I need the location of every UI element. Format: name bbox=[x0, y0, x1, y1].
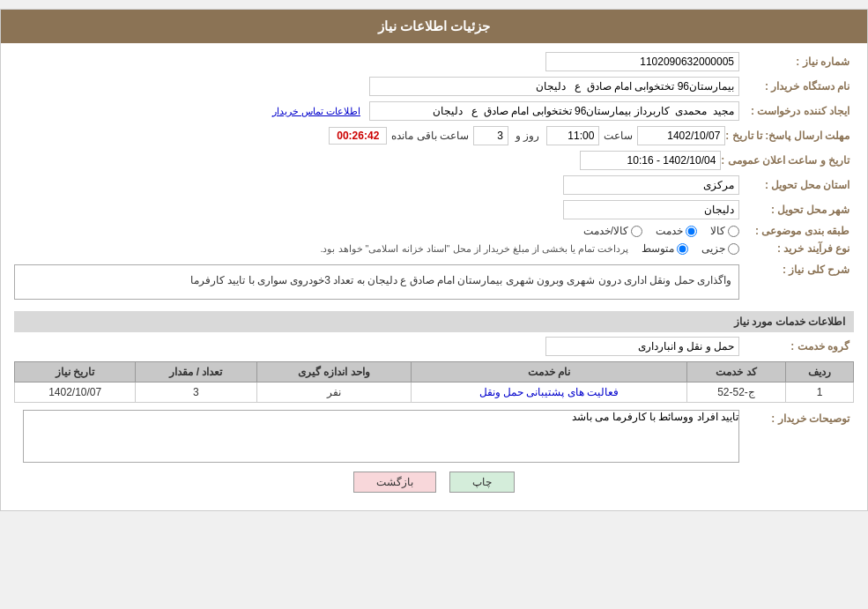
deadline-time-input[interactable] bbox=[546, 126, 599, 145]
announce-row: تاریخ و ساعت اعلان عمومی : bbox=[14, 151, 854, 170]
header-title: جزئیات اطلاعات نیاز bbox=[378, 19, 490, 33]
cell-service-code: ج-52-52 bbox=[686, 382, 786, 403]
category-radio-both[interactable] bbox=[631, 226, 642, 237]
print-button[interactable]: چاپ bbox=[449, 472, 515, 493]
category-label-both: کالا/خدمت bbox=[583, 225, 628, 237]
col-rownum: ردیف bbox=[786, 362, 854, 382]
buyer-name-input[interactable] bbox=[369, 77, 739, 96]
service-group-label: گروه خدمت : bbox=[739, 340, 854, 353]
cell-service-name[interactable]: فعالیت های پشتیبانی حمل ونقل bbox=[412, 382, 686, 403]
service-group-input[interactable] bbox=[545, 337, 739, 356]
deadline-row: مهلت ارسال پاسخ: تا تاریخ : ساعت روز و س… bbox=[14, 126, 854, 145]
category-radio-kala[interactable] bbox=[728, 226, 739, 237]
remaining-time-label: ساعت باقی مانده bbox=[387, 130, 473, 142]
purchase-type-jozi[interactable]: جزیی bbox=[701, 242, 739, 255]
creator-label: ایجاد کننده درخواست : bbox=[739, 105, 854, 117]
purchase-type-label-moot: متوسط bbox=[642, 242, 674, 255]
back-button[interactable]: بازگشت bbox=[353, 472, 436, 493]
purchase-type-note: پرداخت تمام یا بخشی از مبلغ خریدار از مح… bbox=[320, 243, 628, 255]
province-label: استان محل تحویل : bbox=[739, 179, 854, 191]
buttons-row: چاپ بازگشت bbox=[14, 472, 854, 493]
city-row: شهر محل تحویل : bbox=[14, 200, 854, 219]
category-radio-group: کالا خدمت کالا/خدمت bbox=[583, 225, 739, 237]
deadline-days-label: روز و bbox=[508, 130, 546, 142]
buyer-notes-textarea[interactable]: تایید افراد ووسائط با کارفرما می باشد bbox=[23, 410, 739, 463]
purchase-type-label: نوع فرآیند خرید : bbox=[739, 242, 854, 255]
buyer-name-label: نام دستگاه خریدار : bbox=[739, 80, 854, 93]
need-number-row: شماره نیاز : bbox=[14, 52, 854, 71]
col-service-name: نام خدمت bbox=[412, 362, 686, 382]
cell-date: 1402/10/07 bbox=[15, 382, 136, 403]
deadline-days-input[interactable] bbox=[473, 126, 508, 145]
purchase-type-radio-group: جزیی متوسط bbox=[642, 242, 739, 255]
table-row: 1 ج-52-52 فعالیت های پشتیبانی حمل ونقل ن… bbox=[15, 382, 854, 403]
province-input[interactable] bbox=[563, 175, 739, 195]
deadline-time-label: ساعت bbox=[599, 130, 637, 142]
category-option-both[interactable]: کالا/خدمت bbox=[583, 225, 642, 237]
description-label: شرح کلی نیاز : bbox=[739, 260, 854, 276]
services-table-container: ردیف کد خدمت نام خدمت واحد اندازه گیری ت… bbox=[14, 361, 854, 403]
city-label: شهر محل تحویل : bbox=[739, 204, 854, 216]
services-table: ردیف کد خدمت نام خدمت واحد اندازه گیری ت… bbox=[14, 361, 854, 403]
creator-input[interactable] bbox=[369, 101, 739, 121]
province-row: استان محل تحویل : bbox=[14, 175, 854, 195]
purchase-type-row: نوع فرآیند خرید : جزیی متوسط پرداخت تمام… bbox=[14, 242, 854, 255]
announce-label: تاریخ و ساعت اعلان عمومی : bbox=[721, 154, 854, 167]
category-option-khedmat[interactable]: خدمت bbox=[656, 225, 697, 237]
need-number-input[interactable] bbox=[545, 52, 739, 71]
category-label-kala: کالا bbox=[710, 225, 725, 237]
service-group-row: گروه خدمت : bbox=[14, 337, 854, 356]
category-row: طبقه بندی موضوعی : کالا خدمت کالا/خدمت bbox=[14, 225, 854, 237]
cell-rownum: 1 bbox=[786, 382, 854, 403]
purchase-type-radio-jozi[interactable] bbox=[728, 243, 739, 255]
page-header: جزئیات اطلاعات نیاز bbox=[1, 10, 867, 43]
remaining-timer: 00:26:42 bbox=[329, 127, 387, 145]
description-row: شرح کلی نیاز : واگذاری حمل ونقل اداری در… bbox=[14, 260, 854, 304]
col-qty: تعداد / مقدار bbox=[136, 362, 256, 382]
buyer-name-row: نام دستگاه خریدار : bbox=[14, 77, 854, 96]
announce-input[interactable] bbox=[580, 151, 721, 170]
category-label: طبقه بندی موضوعی : bbox=[739, 225, 854, 237]
service-info-header: اطلاعات خدمات مورد نیاز bbox=[14, 311, 854, 332]
purchase-type-label-jozi: جزیی bbox=[701, 242, 725, 255]
cell-unit: نفر bbox=[256, 382, 412, 403]
buyer-notes-label: توصیحات خریدار : bbox=[739, 410, 854, 425]
category-label-khedmat: خدمت bbox=[656, 225, 683, 237]
col-service-code: کد خدمت bbox=[686, 362, 786, 382]
purchase-type-moot[interactable]: متوسط bbox=[642, 242, 688, 255]
col-unit: واحد اندازه گیری bbox=[256, 362, 412, 382]
description-box: واگذاری حمل ونقل اداری درون شهری وبرون ش… bbox=[14, 264, 739, 300]
description-text: واگذاری حمل ونقل اداری درون شهری وبرون ش… bbox=[190, 274, 731, 286]
deadline-label: مهلت ارسال پاسخ: تا تاریخ : bbox=[725, 130, 854, 142]
category-option-kala[interactable]: کالا bbox=[710, 225, 739, 237]
deadline-date-input[interactable] bbox=[637, 126, 725, 145]
purchase-type-radio-moot[interactable] bbox=[677, 243, 688, 255]
creator-row: ایجاد کننده درخواست : اطلاعات تماس خریدا… bbox=[14, 101, 854, 121]
cell-qty: 3 bbox=[136, 382, 256, 403]
buyer-notes-row: توصیحات خریدار : تایید افراد ووسائط با ک… bbox=[14, 410, 854, 463]
category-radio-khedmat[interactable] bbox=[686, 226, 697, 237]
col-date: تاریخ نیاز bbox=[15, 362, 136, 382]
city-input[interactable] bbox=[563, 200, 739, 219]
contact-link[interactable]: اطلاعات تماس خریدار bbox=[272, 106, 360, 117]
need-number-label: شماره نیاز : bbox=[739, 56, 854, 68]
